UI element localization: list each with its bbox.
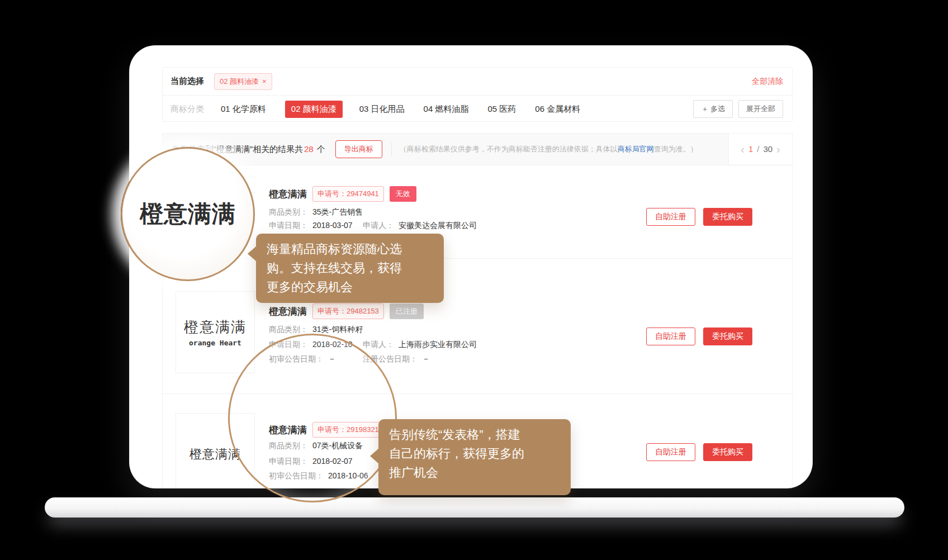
selected-filter-tag[interactable]: 02 颜料油漆 × <box>214 73 272 90</box>
applicant-value: 安徽美达会展有限公司 <box>399 221 477 230</box>
results-header: 为您检索到“橙意满满”相关的结果共28 个 导出商标 （商标检索结果仅供参考，不… <box>163 134 792 165</box>
application-number-tag: 申请号：29474941 <box>312 186 384 202</box>
tooltip-promotion: 告别传统“发表格”，搭建 自己的标行，获得更多的 推广机会 <box>378 419 571 495</box>
disclaimer-note: （商标检索结果仅供参考，不作为商标能否注册的法律依据；具体以商标局官网查询为准。… <box>400 144 698 154</box>
tooltip-line: 更多的交易机会 <box>267 278 433 297</box>
current-selection-row: 当前选择 02 颜料油漆 × 全部清除 <box>163 68 792 96</box>
tooltip-line: 自己的标行，获得更多的 <box>389 444 560 463</box>
tooltip-marketplace: 海量精品商标资源随心选 购。支持在线交易，获得 更多的交易机会 <box>256 234 444 303</box>
row1-actions: 自助注册 委托购买 <box>646 208 752 226</box>
category-item-06[interactable]: 06 金属材料 <box>535 104 580 115</box>
lens-circle <box>228 334 397 502</box>
category-item-03[interactable]: 03 日化用品 <box>359 104 405 115</box>
apply-date-value: 2018-03-07 <box>312 221 353 230</box>
category-item-05[interactable]: 05 医药 <box>487 104 516 115</box>
category-item-01[interactable]: 01 化学原料 <box>221 104 266 115</box>
disclaimer-pre: （商标检索结果仅供参考，不作为商标能否注册的法律依据；具体以 <box>400 145 618 153</box>
tooltip-arrow-left-icon <box>248 246 257 262</box>
results-unit: 个 <box>317 144 325 154</box>
trademark-office-link[interactable]: 商标局官网 <box>618 145 654 153</box>
pagination: ‹ 1 / 30 › <box>728 134 792 164</box>
total-pages: 30 <box>763 144 772 154</box>
prev-page-icon[interactable]: ‹ <box>741 144 745 155</box>
row2-title-line: 橙意满满 申请号：29482153 已注册 <box>269 303 424 319</box>
category-item-02-selected[interactable]: 02 颜料油漆 <box>285 101 343 118</box>
magnifier-circle: 橙意满满 <box>121 147 255 281</box>
self-register-button[interactable]: 自助注册 <box>646 443 695 461</box>
category-field-value: 31类-饲料种籽 <box>312 325 363 334</box>
results-count: 28 <box>304 144 314 154</box>
row2-applicant: 申请人：上海雨步实业有限公司 <box>363 340 477 350</box>
row1-apply-date: 申请日期：2018-03-07 <box>269 221 353 231</box>
export-trademark-button[interactable]: 导出商标 <box>335 140 382 158</box>
application-number-tag: 申请号：29482153 <box>312 303 384 319</box>
multi-select-button[interactable]: ＋ 多选 <box>693 100 733 118</box>
trademark-name[interactable]: 橙意满满 <box>269 305 307 318</box>
application-number-label: 申请号： <box>317 189 347 198</box>
screenshot-stage: 当前选择 02 颜料油漆 × 全部清除 商标分类 01 化学原料 02 颜料油漆… <box>0 0 948 560</box>
category-field-label: 商品类别： <box>269 325 308 334</box>
entrust-buy-button[interactable]: 委托购买 <box>703 328 752 345</box>
application-number-value: 29474941 <box>347 189 379 198</box>
current-selection-label: 当前选择 <box>170 76 204 87</box>
application-number-value: 29482153 <box>347 307 379 315</box>
row1-category: 商品类别：35类-广告销售 <box>269 207 363 217</box>
page-divider: / <box>757 144 759 154</box>
row1-title-line: 橙意满满 申请号：29474941 无效 <box>269 186 416 202</box>
status-badge-invalid: 无效 <box>390 186 416 202</box>
apply-date-label: 申请日期： <box>269 221 308 230</box>
trademark-image-2-en: orange Heart <box>189 339 241 347</box>
applicant-value: 上海雨步实业有限公司 <box>399 340 477 349</box>
entrust-buy-button[interactable]: 委托购买 <box>703 208 752 226</box>
tooltip-arrow-left-icon <box>370 448 379 464</box>
row3-actions: 自助注册 委托购买 <box>646 443 752 461</box>
category-row: 商标分类 01 化学原料 02 颜料油漆 03 日化用品 04 燃料油脂 05 … <box>163 96 792 122</box>
self-register-button[interactable]: 自助注册 <box>646 208 695 226</box>
selected-filter-tag-text: 02 颜料油漆 <box>220 77 259 87</box>
filter-buttons: ＋ 多选 展开全部 <box>693 100 783 118</box>
trademark-name[interactable]: 橙意满满 <box>269 188 307 201</box>
current-page: 1 <box>748 144 753 154</box>
row1-applicant: 申请人：安徽美达会展有限公司 <box>363 221 477 231</box>
tooltip-line: 海量精品商标资源随心选 <box>267 240 433 259</box>
clear-all-link[interactable]: 全部清除 <box>752 77 783 87</box>
tooltip-line: 推广机会 <box>389 463 560 482</box>
applicant-label: 申请人： <box>363 340 394 349</box>
trademark-image-2: 橙意满满 orange Heart <box>176 291 255 373</box>
trademark-image-2-cn: 橙意满满 <box>184 317 247 337</box>
expand-all-button[interactable]: 展开全部 <box>738 100 783 118</box>
application-number-label: 申请号： <box>317 307 347 315</box>
laptop-base <box>45 497 904 518</box>
header-separator <box>391 143 392 156</box>
tooltip-line: 购。支持在线交易，获得 <box>267 259 433 278</box>
disclaimer-post: 查询为准。） <box>654 145 698 153</box>
next-page-icon[interactable]: › <box>776 144 780 155</box>
status-badge-registered: 已注册 <box>390 303 424 319</box>
entrust-buy-button[interactable]: 委托购买 <box>703 443 752 461</box>
row2-actions: 自助注册 委托购买 <box>646 328 752 345</box>
category-item-04[interactable]: 04 燃料油脂 <box>424 104 469 115</box>
magnified-trademark-text: 橙意满满 <box>140 198 236 230</box>
tooltip-line: 告别传统“发表格”，搭建 <box>389 425 560 444</box>
applicant-label: 申请人： <box>363 221 394 230</box>
category-field-label: 商品类别： <box>269 207 308 216</box>
self-register-button[interactable]: 自助注册 <box>646 328 695 345</box>
tag-remove-icon[interactable]: × <box>262 77 267 86</box>
category-label: 商标分类 <box>170 104 204 115</box>
reg-notice-value: － <box>422 354 430 363</box>
category-field-value: 35类-广告销售 <box>312 207 363 216</box>
filter-panel: 当前选择 02 颜料油漆 × 全部清除 商标分类 01 化学原料 02 颜料油漆… <box>162 67 793 122</box>
